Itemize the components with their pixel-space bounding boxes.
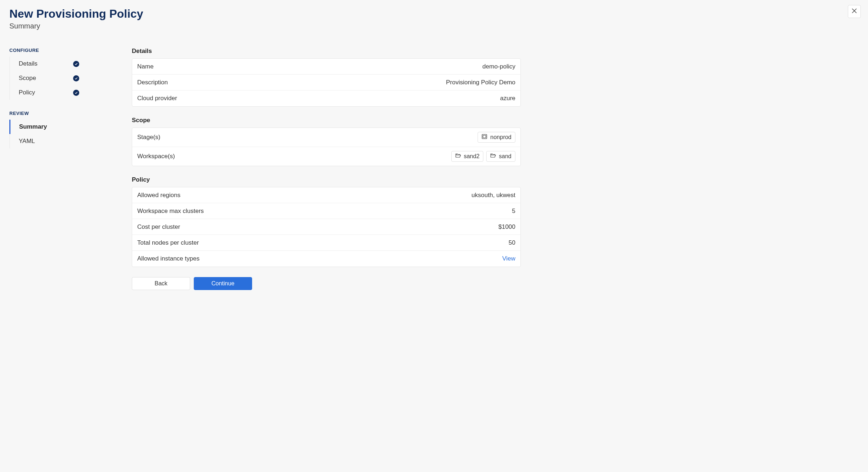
policy-row-max-clusters: Workspace max clusters 5 [132,203,520,219]
review-group-label: REVIEW [9,111,110,116]
row-value: Provisioning Policy Demo [446,79,515,86]
sidebar-item-label: Details [19,60,37,67]
sidebar-item-scope[interactable]: Scope [9,71,81,85]
sidebar-item-yaml[interactable]: YAML [9,134,81,148]
row-label: Allowed regions [137,192,180,199]
details-row-description: Description Provisioning Policy Demo [132,75,520,90]
row-label: Cloud provider [137,95,177,102]
main-content: Details Name demo-policy Description Pro… [132,48,521,290]
sidebar-item-label: Summary [19,123,47,130]
policy-card: Allowed regions uksouth, ukwest Workspac… [132,187,521,267]
scope-row-workspaces: Workspace(s) sand2 [132,147,520,166]
row-label: Name [137,63,153,70]
row-label: Workspace(s) [137,153,175,160]
row-label: Cost per cluster [137,223,180,231]
sidebar-item-label: Policy [19,89,35,96]
chip-label: sand [499,153,511,160]
page-title: New Provisioning Policy [9,7,859,21]
sidebar-item-details[interactable]: Details [9,57,81,71]
stage-chips: nonprod [478,132,515,143]
row-value: 5 [512,208,515,215]
chip-label: nonprod [490,134,511,141]
details-row-name: Name demo-policy [132,59,520,75]
policy-row-nodes: Total nodes per cluster 50 [132,235,520,251]
stage-chip: nonprod [478,132,515,143]
details-heading: Details [132,48,521,55]
sidebar: CONFIGURE Details Scope [9,48,110,290]
row-value: $1000 [498,223,515,231]
details-card: Name demo-policy Description Provisionin… [132,58,521,107]
row-label: Total nodes per cluster [137,239,199,246]
close-button[interactable] [848,5,861,18]
footer-buttons: Back Continue [132,277,521,290]
back-button[interactable]: Back [132,277,190,290]
row-value: demo-policy [482,63,515,70]
folder-open-icon [455,153,461,160]
policy-row-instance-types: Allowed instance types View [132,251,520,267]
policy-row-cost: Cost per cluster $1000 [132,219,520,235]
row-label: Workspace max clusters [137,208,204,215]
sidebar-item-label: YAML [19,138,35,145]
view-link[interactable]: View [502,255,515,262]
policy-heading: Policy [132,176,521,183]
chip-label: sand2 [464,153,480,160]
check-icon [73,90,79,96]
check-icon [73,61,79,67]
sidebar-item-label: Scope [19,75,36,82]
scope-card: Stage(s) nonprod Workspace(s) [132,128,521,166]
row-value: 50 [509,239,515,246]
row-value: uksouth, ukwest [471,192,515,199]
sidebar-item-summary[interactable]: Summary [9,120,81,134]
workspace-chips: sand2 sand [451,151,515,162]
stage-icon [482,134,487,141]
row-label: Stage(s) [137,134,160,141]
scope-row-stages: Stage(s) nonprod [132,128,520,147]
page-subtitle: Summary [9,22,859,30]
close-icon [852,8,857,15]
policy-row-regions: Allowed regions uksouth, ukwest [132,187,520,203]
folder-open-icon [490,153,496,160]
svg-rect-3 [483,135,486,138]
row-label: Description [137,79,168,86]
check-icon [73,75,79,81]
sidebar-item-policy[interactable]: Policy [9,85,81,100]
row-value: azure [500,95,515,102]
row-label: Allowed instance types [137,255,200,262]
scope-heading: Scope [132,117,521,124]
details-row-cloud: Cloud provider azure [132,90,520,106]
continue-button[interactable]: Continue [194,277,252,290]
workspace-chip: sand [486,151,515,162]
workspace-chip: sand2 [451,151,484,162]
configure-group-label: CONFIGURE [9,48,110,53]
